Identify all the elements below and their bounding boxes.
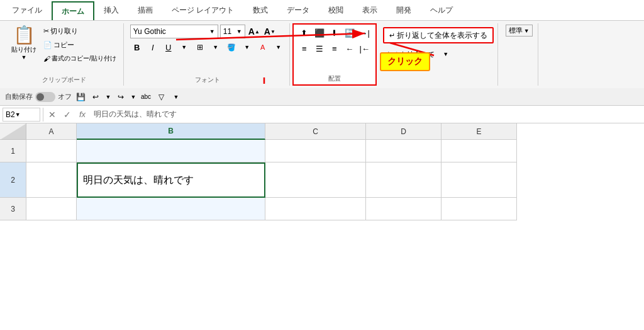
toolbar-dropdown[interactable]: ▼	[170, 91, 182, 103]
cell-b2-content: 明日の天気は、晴れです	[83, 174, 194, 187]
tab-formula[interactable]: 数式	[243, 1, 277, 20]
cut-label: 切り取り	[50, 26, 78, 36]
italic-button[interactable]: I	[146, 40, 160, 54]
cell-e3[interactable]	[441, 198, 517, 220]
increase-font-button[interactable]: A▲	[247, 25, 261, 38]
cancel-formula-button[interactable]: ✕	[46, 108, 58, 121]
cell-a3[interactable]	[26, 198, 77, 220]
copy-button[interactable]: 📄 コピー	[40, 38, 119, 52]
paste-dropdown[interactable]: ▼	[21, 54, 27, 60]
tab-page-layout[interactable]: ページ レイアウト	[162, 1, 243, 20]
font-size-dropdown[interactable]: 11 ▼	[220, 25, 245, 38]
undo-dropdown[interactable]: ▼	[104, 91, 112, 103]
table-row: 3	[0, 198, 644, 220]
tab-view[interactable]: 表示	[353, 1, 387, 20]
indent-decrease-button[interactable]: |←	[358, 42, 372, 55]
cell-d2[interactable]	[366, 162, 441, 198]
alignment-label: 配置	[328, 74, 341, 83]
align-right-button[interactable]: ≡	[328, 42, 341, 55]
tab-bar: ファイル ホーム 挿入 描画 ページ レイアウト 数式 データ 校閲 表示 開発…	[0, 0, 644, 20]
autosave-toggle[interactable]	[35, 92, 55, 102]
number-format-dropdown[interactable]: 標準 ▼	[506, 25, 533, 37]
align-left-button[interactable]: ≡	[297, 42, 311, 55]
format-painter-button[interactable]: 🖌 書式のコピー/貼り付け	[40, 52, 119, 65]
cell-a2[interactable]	[26, 162, 77, 198]
cell-c3[interactable]	[265, 198, 366, 220]
spreadsheet: A B C D E 1 2 明日の天気は、晴れです 3	[0, 123, 644, 220]
click-annotation: クリック	[380, 52, 430, 71]
wrap-text-icon: ↵	[389, 31, 395, 40]
filter-button[interactable]: ▽	[155, 91, 167, 103]
tab-data[interactable]: データ	[277, 1, 319, 20]
autosave-label: 自動保存	[5, 92, 33, 101]
tab-review[interactable]: 校閲	[319, 1, 353, 20]
cut-button[interactable]: ✂ 切り取り	[40, 25, 119, 38]
tab-insert[interactable]: 挿入	[94, 1, 128, 20]
column-headers: A B C D E	[0, 123, 644, 140]
decrease-font-button[interactable]: A▼	[263, 25, 277, 38]
underline-button[interactable]: U	[162, 40, 175, 54]
fill-color-button[interactable]: 🪣	[225, 40, 238, 54]
tab-home[interactable]: ホーム	[52, 1, 94, 21]
font-color-dropdown[interactable]: ▼	[272, 40, 286, 54]
save-button[interactable]: 💾	[74, 91, 87, 103]
cell-b2[interactable]: 明日の天気は、晴れです	[77, 162, 265, 198]
font-color-button[interactable]: A	[256, 40, 270, 54]
cell-e1[interactable]	[441, 140, 517, 162]
col-header-c[interactable]: C	[265, 123, 366, 140]
tab-file[interactable]: ファイル	[3, 1, 52, 20]
number-group: 標準 ▼	[501, 23, 538, 86]
cell-d3[interactable]	[366, 198, 441, 220]
row-header-2[interactable]: 2	[0, 162, 26, 198]
align-top-button[interactable]: ⬆	[297, 26, 311, 40]
undo-button[interactable]: ↩	[89, 91, 102, 103]
col-header-b[interactable]: B	[77, 123, 265, 140]
tab-dev[interactable]: 開発	[387, 1, 421, 20]
font-group-content: Yu Gothic ▼ 11 ▼ A▲ A▼ B I U ▼ ⊞	[130, 25, 286, 76]
rtl-button[interactable]: ←	[343, 42, 357, 55]
tab-draw[interactable]: 描画	[128, 1, 162, 20]
border-dropdown[interactable]: ▼	[209, 40, 223, 54]
fill-dropdown[interactable]: ▼	[240, 40, 254, 54]
orientation-button[interactable]: 🔄	[343, 26, 357, 40]
paste-icon: 📋	[13, 26, 35, 44]
font-label: フォント	[195, 76, 220, 84]
border-button[interactable]: ⊞	[193, 40, 207, 54]
font-name-value: Yu Gothic	[133, 27, 166, 36]
bold-button[interactable]: B	[130, 40, 144, 54]
align-bottom-button[interactable]: ⬇	[328, 26, 341, 40]
col-header-a[interactable]: A	[26, 123, 77, 140]
insert-function-button[interactable]: fx	[76, 108, 89, 121]
redo-dropdown[interactable]: ▼	[130, 91, 137, 103]
cell-c2[interactable]	[265, 162, 366, 198]
format-painter-label: 書式のコピー/貼り付け	[52, 54, 116, 63]
underline-dropdown[interactable]: ▼	[177, 40, 191, 54]
row-header-3[interactable]: 3	[0, 198, 26, 220]
cut-icon: ✂	[43, 27, 49, 35]
autosave-state: オフ	[58, 92, 72, 101]
redo-button[interactable]: ↪	[114, 91, 127, 103]
cell-b1[interactable]	[77, 140, 265, 162]
cell-c1[interactable]	[265, 140, 366, 162]
formula-input[interactable]	[91, 108, 641, 122]
merge-dropdown[interactable]: ▼	[439, 47, 453, 61]
paste-button[interactable]: 📋 貼り付け ▼	[9, 25, 39, 62]
cell-a1[interactable]	[26, 140, 77, 162]
confirm-formula-button[interactable]: ✓	[61, 108, 74, 121]
svg-marker-4	[0, 123, 26, 140]
row-header-1[interactable]: 1	[0, 140, 26, 162]
font-name-dropdown[interactable]: Yu Gothic ▼	[130, 25, 218, 38]
wrap-text-button[interactable]: ↵ 折り返して全体を表示する	[383, 27, 494, 43]
cell-e2[interactable]	[441, 162, 517, 198]
align-center-button[interactable]: ☰	[313, 42, 326, 55]
cell-d1[interactable]	[366, 140, 441, 162]
copy-icon: 📄	[43, 41, 52, 49]
indent-increase-button[interactable]: →|	[358, 26, 372, 40]
align-middle-button[interactable]: ⬛	[313, 26, 326, 40]
tab-help[interactable]: ヘルプ	[421, 1, 462, 20]
col-header-d[interactable]: D	[366, 123, 441, 140]
col-header-e[interactable]: E	[441, 123, 517, 140]
cell-reference-box[interactable]: B2 ▼	[3, 108, 40, 122]
cell-b3[interactable]	[77, 198, 265, 220]
spelling-button[interactable]: abc	[140, 91, 152, 103]
